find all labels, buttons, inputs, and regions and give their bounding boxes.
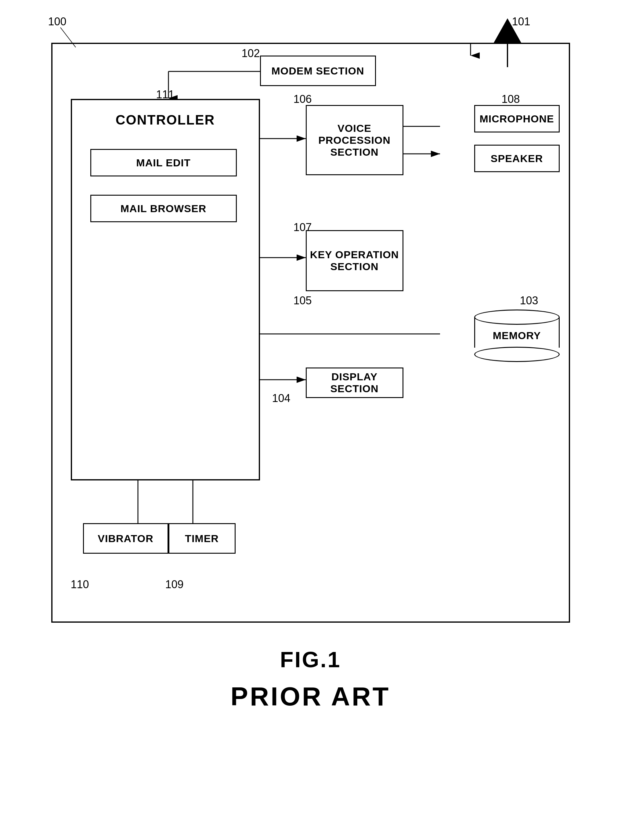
caption-area: FIG.1 PRIOR ART [231,647,391,711]
prior-art-label: PRIOR ART [231,681,391,711]
ref-102: 102 [242,47,260,60]
ref-109: 109 [165,578,184,591]
ref-106: 106 [294,93,312,106]
vibrator-label: VIBRATOR [98,533,153,544]
display-block: DISPLAY SECTION [306,367,403,398]
modem-label: MODEM SECTION [271,65,364,77]
diagram-area: 100 101 [36,18,585,623]
speaker-block: SPEAKER [474,145,560,172]
mail-edit-block: MAIL EDIT [90,149,237,176]
mail-browser-block: MAIL BROWSER [90,195,237,222]
timer-label: TIMER [185,533,219,544]
key-op-label: KEY OPERATION SECTION [307,249,403,273]
timer-block: TIMER [168,523,236,554]
outer-box: 102 MODEM SECTION 111 CONTROLLER MAIL ED… [51,43,570,623]
display-label: DISPLAY SECTION [307,371,403,395]
ref-108: 108 [501,93,520,106]
controller-label: CONTROLLER [72,112,259,127]
memory-block: MEMORY [474,309,560,362]
voice-label: VOICE PROCESSION SECTION [307,123,403,158]
ref-110: 110 [71,578,89,591]
mail-edit-label: MAIL EDIT [136,157,191,169]
ref-105: 105 [294,294,312,307]
microphone-block: MICROPHONE [474,105,560,132]
key-op-block: KEY OPERATION SECTION [306,230,403,291]
modem-section-block: MODEM SECTION [260,56,376,86]
controller-block: CONTROLLER MAIL EDIT MAIL BROWSER [71,99,260,481]
ref-104: 104 [272,392,291,405]
ref-103: 103 [520,294,538,307]
speaker-label: SPEAKER [491,153,543,165]
voice-block: VOICE PROCESSION SECTION [306,105,403,175]
antenna-triangle-icon [494,18,521,43]
mail-browser-label: MAIL BROWSER [121,203,206,215]
vibrator-block: VIBRATOR [83,523,168,554]
fig-label: FIG.1 [231,647,391,672]
microphone-label: MICROPHONE [479,113,554,125]
memory-label: MEMORY [493,330,541,341]
ref-100: 100 [48,15,67,28]
